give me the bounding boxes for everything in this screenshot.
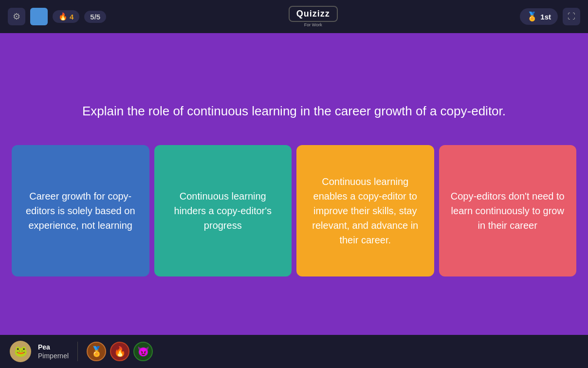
top-bar: ⚙ 🔥 4 5/5 Quizizz For Work 🏅 1st ⛶ <box>0 0 588 33</box>
avatar-emoji: 🐸 <box>14 345 27 358</box>
logo-subtext: For Work <box>304 22 322 27</box>
answer-card-d[interactable]: Copy-editors don't need to learn continu… <box>439 145 577 276</box>
badge-icon-3: 😈 <box>137 346 149 357</box>
streak-badge: 🔥 4 <box>53 10 79 23</box>
player-badges: 🏅 🔥 😈 <box>87 342 153 361</box>
answer-card-a[interactable]: Career growth for copy-editors is solely… <box>12 145 149 276</box>
streak-count: 4 <box>70 13 74 21</box>
progress-badge: 5/5 <box>84 11 106 23</box>
answer-text-c: Continuous learning enables a copy-edito… <box>308 174 423 247</box>
player-avatar: 🐸 <box>10 341 31 362</box>
answer-text-b: Continuous learning hinders a copy-edito… <box>166 189 280 233</box>
quizizz-logo: Quizizz For Work <box>289 6 338 27</box>
answer-card-b[interactable]: Continuous learning hinders a copy-edito… <box>154 145 292 276</box>
answers-grid: Career growth for copy-editors is solely… <box>12 145 576 276</box>
player-last-name: Pimpernel <box>38 351 69 360</box>
question-text: Explain the role of continuous learning … <box>82 102 506 121</box>
gear-icon: ⚙ <box>13 11 20 22</box>
bottom-bar: 🐸 Pea Pimpernel 🏅 🔥 😈 <box>0 335 588 368</box>
rank-icon: 🏅 <box>527 11 537 22</box>
badge-icon-1: 🏅 <box>91 346 103 357</box>
main-content: Explain the role of continuous learning … <box>0 33 588 335</box>
top-bar-right: 🏅 1st ⛶ <box>520 8 580 25</box>
fire-icon: 🔥 <box>58 12 68 21</box>
divider <box>77 342 78 361</box>
user-avatar-square <box>30 8 48 25</box>
badge-2: 🔥 <box>110 342 129 361</box>
player-name: Pea Pimpernel <box>38 343 69 360</box>
player-first-name: Pea <box>38 343 69 351</box>
answer-text-a: Career growth for copy-editors is solely… <box>23 189 138 233</box>
fullscreen-icon: ⛶ <box>568 12 575 21</box>
logo-box: Quizizz <box>289 6 338 22</box>
progress-text: 5/5 <box>90 13 100 21</box>
answer-text-d: Copy-editors don't need to learn continu… <box>451 189 565 233</box>
badge-3: 😈 <box>133 342 153 361</box>
badge-icon-2: 🔥 <box>114 346 126 357</box>
fullscreen-button[interactable]: ⛶ <box>563 8 580 25</box>
rank-badge: 🏅 1st <box>520 8 558 25</box>
badge-1: 🏅 <box>87 342 106 361</box>
answer-card-c[interactable]: Continuous learning enables a copy-edito… <box>296 145 434 276</box>
gear-button[interactable]: ⚙ <box>8 8 25 25</box>
logo-text: Quizizz <box>296 9 330 18</box>
top-bar-left: ⚙ 🔥 4 5/5 <box>8 8 106 25</box>
rank-text: 1st <box>540 13 551 21</box>
